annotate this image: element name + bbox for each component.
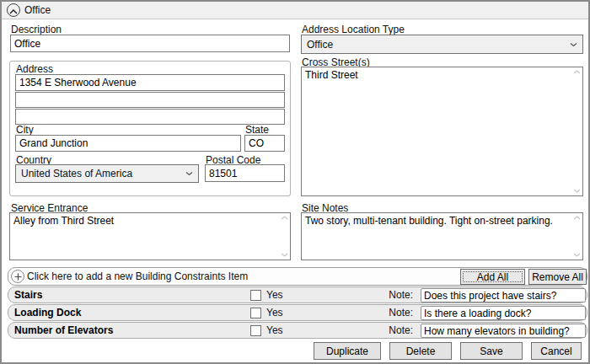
note-input[interactable] (421, 306, 586, 320)
chevron-up-icon (9, 4, 18, 17)
location-type-label: Address Location Type (302, 24, 405, 35)
duplicate-button[interactable]: Duplicate (314, 342, 381, 360)
yes-checkbox[interactable] (250, 325, 261, 336)
constraint-name: Number of Elevators (14, 324, 113, 336)
constraint-name: Loading Dock (14, 307, 81, 318)
footer-button-bar: Duplicate Delete Save Cancel (314, 342, 582, 360)
collapse-button[interactable] (7, 3, 20, 17)
scroll-up-icon[interactable] (281, 216, 288, 220)
address-line3-input[interactable] (15, 109, 285, 125)
yes-checkbox[interactable] (250, 290, 261, 301)
country-selected-value: United States of America (21, 168, 132, 179)
note-input[interactable] (421, 288, 586, 302)
constraint-row-stairs: Stairs Yes Note: (8, 286, 587, 303)
add-constraint-label: Click here to add a new Building Constra… (27, 270, 248, 282)
note-input[interactable] (421, 324, 586, 338)
yes-label: Yes (266, 324, 283, 336)
cross-streets-field: Third Street (301, 67, 583, 196)
plus-circle-icon (11, 270, 24, 283)
scroll-down-icon[interactable] (573, 253, 581, 257)
scroll-up-icon[interactable] (573, 70, 581, 74)
address-group-label: Address (16, 63, 53, 75)
constraint-row-loading-dock: Loading Dock Yes Note: (8, 304, 587, 321)
scroll-down-icon[interactable] (281, 253, 288, 257)
section-header: Office (2, 2, 588, 19)
chevron-down-icon (185, 172, 193, 176)
constraint-name: Stairs (14, 289, 42, 301)
note-label: Note: (389, 307, 413, 318)
address-line2-input[interactable] (15, 92, 285, 108)
location-type-select[interactable]: Office (301, 35, 583, 54)
scroll-down-icon[interactable] (573, 189, 581, 193)
site-notes-textarea[interactable]: Two story, multi-tenant building. Tight … (302, 213, 582, 260)
chevron-down-icon (570, 42, 577, 46)
service-entrance-field: Alley from Third Street (9, 212, 291, 260)
remove-all-button[interactable]: Remove All (528, 269, 587, 285)
state-input[interactable] (244, 135, 285, 152)
country-select[interactable]: United States of America (15, 164, 199, 183)
yes-label: Yes (266, 289, 283, 301)
city-input[interactable] (15, 135, 241, 152)
postal-code-input[interactable] (205, 164, 285, 182)
add-all-button[interactable]: Add All (460, 269, 525, 285)
note-label: Note: (389, 324, 413, 336)
site-notes-field: Two story, multi-tenant building. Tight … (301, 212, 583, 260)
address-line1-input[interactable] (15, 74, 285, 91)
page-title: Office (24, 4, 51, 16)
location-type-selected-value: Office (307, 39, 333, 51)
city-label: City (16, 124, 34, 136)
cancel-button[interactable]: Cancel (531, 342, 582, 360)
delete-button[interactable]: Delete (389, 342, 452, 360)
service-entrance-textarea[interactable]: Alley from Third Street (10, 213, 290, 260)
note-label: Note: (389, 289, 413, 301)
office-form-window: Office Description Address City State Co… (0, 0, 590, 364)
state-label: State (245, 124, 269, 136)
yes-label: Yes (266, 307, 283, 318)
cross-streets-textarea[interactable]: Third Street (302, 67, 582, 195)
scroll-up-icon[interactable] (573, 216, 581, 220)
save-button[interactable]: Save (460, 342, 523, 360)
description-input[interactable] (10, 35, 290, 52)
description-label: Description (11, 24, 62, 35)
add-constraint-row[interactable]: Click here to add a new Building Constra… (8, 267, 587, 286)
yes-checkbox[interactable] (250, 308, 261, 318)
constraint-row-elevators: Number of Elevators Yes Note: (8, 322, 587, 339)
